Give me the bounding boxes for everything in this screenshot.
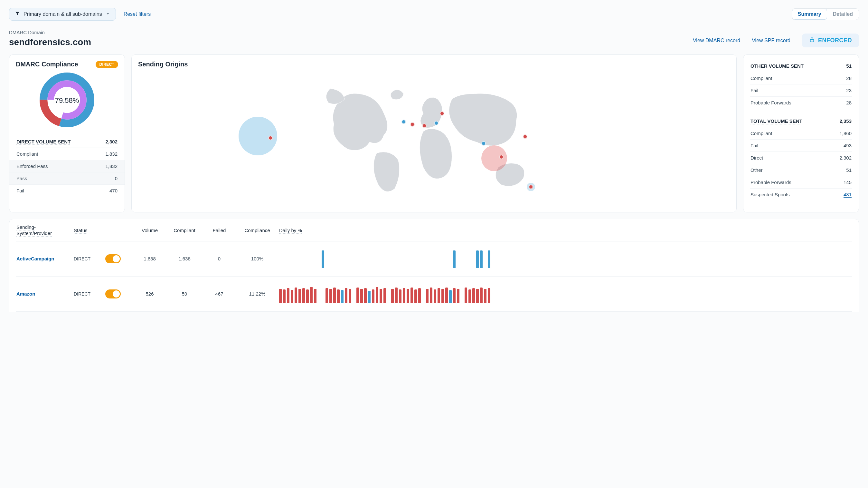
stat-row: Direct 2,302	[750, 152, 852, 164]
domain-name: sendforensics.com	[9, 37, 91, 47]
header-links: View DMARC record View SPF record ENFORC…	[693, 33, 859, 47]
lock-icon	[809, 37, 815, 44]
col-daily[interactable]: Daily by %	[279, 228, 851, 233]
enforced-badge: ENFORCED	[802, 33, 859, 47]
spark-bar	[349, 289, 351, 303]
domain-label: DMARC Domain	[9, 30, 91, 35]
spark-bar	[372, 289, 374, 303]
spark-bar	[426, 267, 429, 268]
spark-bar	[391, 289, 394, 303]
sending-origins-card: Sending Origins	[131, 55, 737, 212]
spark-bar	[337, 289, 340, 303]
dmarc-compliance-card: DMARC Compliance DIRECT 79.58% DIRECT VO…	[9, 55, 125, 212]
spark-bar	[395, 267, 398, 268]
spark-bar	[468, 267, 471, 268]
spark-bar	[326, 267, 328, 268]
direct-volume-table: DIRECT VOLUME SENT 2,302 Compliant 1,832…	[16, 136, 118, 197]
spark-bar	[472, 288, 475, 303]
spark-bar	[376, 267, 378, 268]
spark-bar	[484, 289, 487, 303]
col-provider[interactable]: Sending-System/Provider	[17, 224, 71, 237]
col-status[interactable]: Status	[74, 228, 103, 233]
stat-row-label: Direct	[750, 155, 763, 161]
spark-bar	[314, 267, 316, 268]
donut-center-value: 79.58%	[55, 96, 79, 105]
spark-bar	[333, 267, 336, 268]
spark-bar	[364, 267, 367, 268]
spark-bar	[310, 267, 313, 268]
spark-bar	[283, 289, 286, 303]
topbar: Primary domain & all sub-domains Reset f…	[9, 8, 859, 21]
provider-status: DIRECT	[74, 256, 103, 261]
domain-filter-dropdown[interactable]: Primary domain & all sub-domains	[9, 8, 116, 21]
view-segmented-control: Summary Detailed	[792, 8, 859, 20]
col-compliant[interactable]: Compliant	[168, 228, 200, 233]
col-compliance[interactable]: Compliance	[238, 228, 277, 233]
spark-bar	[414, 289, 417, 303]
direct-row-value: 1,832	[105, 164, 118, 169]
col-volume[interactable]: Volume	[134, 228, 166, 233]
tab-summary[interactable]: Summary	[792, 9, 827, 20]
col-failed[interactable]: Failed	[203, 228, 235, 233]
filter-icon	[15, 11, 20, 17]
spark-bar	[441, 267, 444, 268]
provider-sparkline	[279, 285, 851, 303]
spark-bar	[465, 267, 467, 268]
spark-bar	[434, 267, 436, 268]
other-volume-header: OTHER VOLUME SENT 51	[750, 60, 852, 72]
provider-name-link[interactable]: Amazon	[17, 291, 71, 296]
spark-bar	[283, 267, 286, 268]
provider-toggle[interactable]	[105, 254, 121, 263]
spark-bar	[480, 288, 483, 303]
spark-bar	[391, 267, 394, 268]
origin-pin[interactable]	[523, 135, 527, 139]
stat-row-label: Suspected Spoofs	[750, 192, 790, 197]
total-volume-label: TOTAL VOLUME SENT	[750, 118, 802, 124]
spark-bar	[318, 302, 320, 303]
suspected-spoofs-link[interactable]: 481	[843, 192, 851, 197]
spark-bar	[414, 267, 417, 268]
spark-bar	[457, 289, 459, 303]
spark-bar	[472, 267, 475, 268]
origin-pin[interactable]	[529, 185, 533, 189]
reset-filters-link[interactable]: Reset filters	[124, 11, 151, 17]
provider-name-link[interactable]: ActiveCampaign	[17, 256, 71, 261]
stat-row: Compliant 28	[750, 72, 852, 84]
spark-bar	[476, 251, 479, 268]
spark-bar	[345, 267, 347, 268]
spark-bar	[457, 267, 459, 268]
spark-bar	[341, 267, 344, 268]
provider-table-card: Sending-System/Provider Status Volume Co…	[9, 219, 859, 312]
stat-row-label: Fail	[750, 88, 758, 93]
origin-pin[interactable]	[434, 121, 438, 125]
provider-row: AmazonDIRECT5265946711.22%	[16, 277, 852, 312]
tab-detailed[interactable]: Detailed	[827, 9, 859, 20]
view-dmarc-record-link[interactable]: View DMARC record	[693, 38, 740, 44]
spark-bar	[453, 251, 456, 268]
enforced-label: ENFORCED	[818, 37, 852, 44]
spark-bar	[383, 288, 386, 303]
stat-row: Compliant 1,860	[750, 127, 852, 140]
provider-row: ActiveCampaignDIRECT1,6381,6380100%	[16, 241, 852, 277]
spark-bar	[356, 267, 359, 268]
compliance-donut: 79.58%	[16, 68, 118, 133]
spark-bar	[372, 267, 374, 268]
spark-bar	[441, 289, 444, 303]
provider-compliance: 100%	[238, 256, 277, 261]
view-spf-record-link[interactable]: View SPF record	[752, 38, 790, 44]
stat-row-value: 51	[846, 167, 851, 173]
origin-pin[interactable]	[401, 120, 406, 124]
spark-bar	[333, 288, 336, 303]
world-map[interactable]	[138, 70, 730, 206]
provider-sparkline	[279, 250, 851, 268]
provider-toggle[interactable]	[105, 289, 121, 298]
spark-bar	[376, 287, 378, 303]
stat-row-value: 28	[846, 76, 851, 81]
spark-bar	[410, 267, 413, 268]
spark-bar	[476, 289, 479, 303]
provider-failed: 0	[203, 256, 235, 261]
origin-pin[interactable]	[481, 141, 486, 146]
spark-bar	[279, 289, 282, 303]
spark-bar	[287, 288, 289, 303]
sending-origins-title-row: Sending Origins	[138, 61, 730, 68]
